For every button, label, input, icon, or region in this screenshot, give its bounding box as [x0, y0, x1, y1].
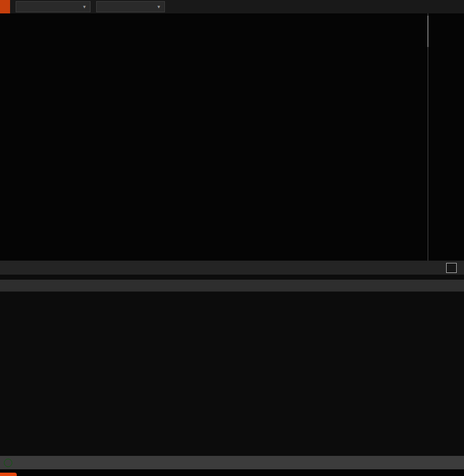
- instrument-dropdown[interactable]: ▼: [16, 1, 91, 12]
- window-title: [0, 0, 10, 13]
- bottom-strip: [0, 469, 464, 476]
- price-axis[interactable]: [428, 13, 464, 261]
- control-center-header: [0, 261, 464, 275]
- axis-scroll-indicator: [428, 16, 428, 47]
- chevron-down-icon: ▼: [157, 4, 161, 10]
- chart-window: ▼ ▼: [0, 0, 464, 261]
- log-spacer: [0, 275, 464, 280]
- chevron-down-icon: ▼: [82, 4, 87, 10]
- log-empty-area: [0, 292, 464, 456]
- chart-body: [0, 13, 464, 261]
- chart-toolbar: ▼ ▼: [0, 0, 464, 13]
- watch-button[interactable]: [446, 263, 457, 273]
- orange-corner-accent: [0, 473, 17, 476]
- period-dropdown[interactable]: ▼: [96, 1, 165, 12]
- control-center: [0, 261, 464, 476]
- ninjatrader-app: ▼ ▼: [0, 0, 464, 476]
- log-header: [0, 280, 464, 292]
- chart-plot[interactable]: [0, 13, 428, 261]
- tab-bar: [0, 456, 464, 469]
- connection-status-indicator[interactable]: [4, 459, 12, 467]
